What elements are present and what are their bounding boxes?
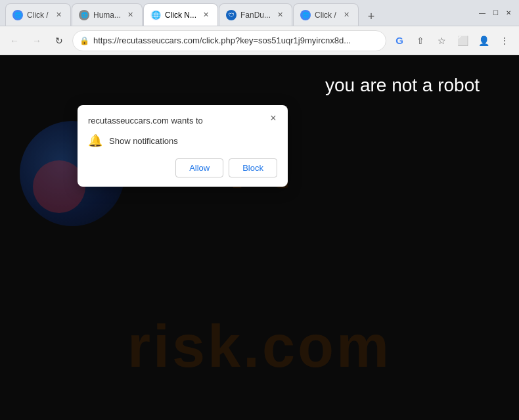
bookmark-button[interactable]: ☆ bbox=[432, 32, 451, 50]
window-controls: — ☐ ✕ bbox=[477, 8, 514, 18]
nav-bar: ← → ↻ 🔒 https://recutasseuccars.com/clic… bbox=[0, 26, 519, 55]
bell-icon: 🔔 bbox=[88, 133, 102, 148]
tab-3-close[interactable]: ✕ bbox=[200, 10, 211, 20]
popup-close-button[interactable]: × bbox=[265, 110, 281, 126]
lock-icon: 🔒 bbox=[79, 36, 89, 45]
content-area: you are not a robot f·t risk.com × recut… bbox=[0, 55, 519, 420]
tab-1[interactable]: 🌐 Click / ✕ bbox=[5, 3, 71, 26]
allow-button[interactable]: Allow bbox=[175, 158, 223, 177]
block-button[interactable]: Block bbox=[229, 158, 277, 177]
notification-label: Show notifications bbox=[109, 136, 178, 146]
address-bar[interactable]: 🔒 https://recutasseuccars.com/click.php?… bbox=[72, 30, 386, 51]
new-tab-button[interactable]: + bbox=[362, 7, 380, 26]
nav-actions: G ⇧ ☆ ⬜ 👤 ⋮ bbox=[390, 32, 514, 50]
tab-1-label: Click / bbox=[27, 11, 49, 20]
tab-5-label: Click / bbox=[315, 11, 337, 20]
tab-1-favicon: 🌐 bbox=[12, 10, 23, 20]
close-button[interactable]: ✕ bbox=[503, 8, 514, 18]
profile-button[interactable]: 👤 bbox=[474, 32, 493, 50]
tab-5-favicon: 🌐 bbox=[300, 10, 311, 20]
tab-3-label: Click N... bbox=[165, 11, 196, 20]
tab-4[interactable]: 🛡 FanDu... ✕ bbox=[219, 3, 292, 26]
google-icon[interactable]: G bbox=[390, 32, 409, 50]
maximize-button[interactable]: ☐ bbox=[490, 8, 501, 18]
tab-4-close[interactable]: ✕ bbox=[275, 10, 285, 20]
back-button[interactable]: ← bbox=[5, 32, 24, 50]
tab-2[interactable]: 🌐 Huma... ✕ bbox=[72, 3, 143, 26]
robot-text: you are not a robot bbox=[325, 75, 480, 96]
minimize-button[interactable]: — bbox=[477, 8, 487, 18]
refresh-button[interactable]: ↻ bbox=[50, 32, 68, 50]
popup-buttons: Allow Block bbox=[88, 158, 277, 177]
tab-4-favicon: 🛡 bbox=[226, 10, 237, 20]
tab-5[interactable]: 🌐 Click / ✕ bbox=[293, 3, 359, 26]
tab-3[interactable]: 🌐 Click N... ✕ bbox=[143, 3, 218, 26]
tab-4-label: FanDu... bbox=[240, 11, 271, 20]
tab-2-favicon: 🌐 bbox=[79, 10, 89, 20]
watermark-bottom: risk.com bbox=[0, 313, 519, 381]
extension-button[interactable]: ⬜ bbox=[453, 32, 472, 50]
forward-button[interactable]: → bbox=[28, 32, 46, 50]
popup-notification-row: 🔔 Show notifications bbox=[88, 133, 277, 148]
tab-3-favicon: 🌐 bbox=[150, 10, 161, 20]
title-bar: 🌐 Click / ✕ 🌐 Huma... ✕ 🌐 Click N... ✕ 🛡… bbox=[0, 0, 519, 26]
tabs-area: 🌐 Click / ✕ 🌐 Huma... ✕ 🌐 Click N... ✕ 🛡… bbox=[5, 0, 469, 26]
menu-button[interactable]: ⋮ bbox=[495, 32, 514, 50]
tab-2-close[interactable]: ✕ bbox=[125, 10, 135, 20]
popup-title: recutasseuccars.com wants to bbox=[88, 116, 277, 126]
tab-5-close[interactable]: ✕ bbox=[341, 10, 351, 20]
browser-window: 🌐 Click / ✕ 🌐 Huma... ✕ 🌐 Click N... ✕ 🛡… bbox=[0, 0, 519, 420]
address-text: https://recutasseuccars.com/click.php?ke… bbox=[93, 35, 379, 45]
share-button[interactable]: ⇧ bbox=[411, 32, 430, 50]
notification-popup: × recutasseuccars.com wants to 🔔 Show no… bbox=[78, 105, 288, 187]
tab-1-close[interactable]: ✕ bbox=[53, 10, 64, 20]
tab-2-label: Huma... bbox=[93, 11, 121, 20]
